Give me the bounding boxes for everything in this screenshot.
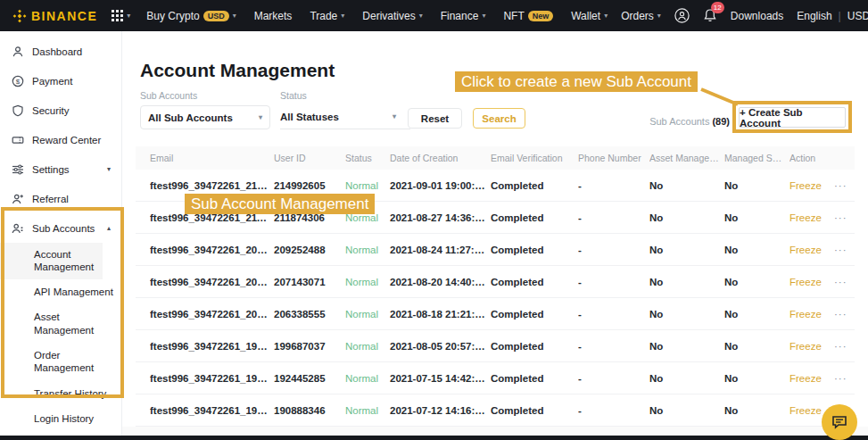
brand-text: BINANCE bbox=[31, 9, 97, 23]
language-selector[interactable]: English bbox=[797, 10, 831, 22]
sidebar-item-label: Security bbox=[32, 105, 70, 116]
chevron-down-icon: ▾ bbox=[393, 113, 396, 120]
freeze-action-link[interactable]: Freeze bbox=[789, 180, 834, 191]
more-actions-button[interactable]: ··· bbox=[834, 277, 855, 287]
cell-email: ftest996_39472261_207... bbox=[150, 277, 274, 287]
cell-email: ftest996_39472261_190... bbox=[150, 405, 274, 416]
sidebar-item-reward-center[interactable]: Reward Center bbox=[0, 125, 121, 154]
more-actions-button[interactable]: ··· bbox=[834, 245, 855, 255]
summary-label: Sub Accounts bbox=[649, 116, 709, 127]
more-actions-button[interactable]: ··· bbox=[834, 309, 855, 320]
cell-asset-management: No bbox=[649, 245, 724, 255]
cell-managed-sub-account: No bbox=[724, 373, 789, 384]
chevron-down-icon: ▾ bbox=[419, 12, 423, 20]
sidebar-item-label: Payment bbox=[32, 76, 72, 87]
table-row: ftest996_39472261_206... 206338555 Norma… bbox=[136, 298, 855, 330]
cell-user-id: 209252488 bbox=[274, 245, 345, 255]
nav-downloads[interactable]: Downloads bbox=[731, 10, 783, 22]
chevron-down-icon: ▾ bbox=[604, 12, 608, 20]
freeze-action-link[interactable]: Freeze bbox=[789, 341, 834, 352]
more-actions-button[interactable]: ··· bbox=[834, 180, 855, 191]
nav-markets[interactable]: Markets bbox=[254, 10, 293, 22]
cell-status: Normal bbox=[345, 309, 390, 320]
freeze-action-link[interactable]: Freeze bbox=[789, 309, 834, 320]
reset-button[interactable]: Reset bbox=[408, 108, 462, 129]
nav-label: Wallet bbox=[571, 10, 600, 22]
column-header-phone-number: Phone Number bbox=[578, 153, 649, 163]
cell-date-of-creation: 2021-08-20 14:40:56 bbox=[390, 277, 491, 287]
freeze-action-link[interactable]: Freeze bbox=[789, 277, 834, 287]
chat-bubble-icon bbox=[831, 413, 848, 431]
profile-icon bbox=[674, 8, 690, 23]
chat-support-button[interactable] bbox=[822, 404, 857, 440]
cell-date-of-creation: 2021-08-18 21:21:00 bbox=[390, 309, 491, 320]
sidebar-item-dashboard[interactable]: Dashboard bbox=[0, 37, 121, 66]
status-select[interactable]: All Statuses ▾ bbox=[280, 105, 410, 129]
sidebar-item-label: Dashboard bbox=[32, 46, 82, 57]
cell-user-id: 192445285 bbox=[274, 373, 345, 384]
nav-label: Markets bbox=[254, 10, 293, 22]
annotation-section-label: Sub Account Management bbox=[185, 194, 375, 214]
nav-label: Orders bbox=[621, 10, 654, 22]
sub-accounts-select-value: All Sub Accounts bbox=[148, 112, 233, 123]
cell-user-id: 199687037 bbox=[274, 341, 345, 352]
table-row: ftest996_39472261_207... 207143071 Norma… bbox=[136, 266, 855, 298]
notifications-button[interactable]: 12 bbox=[703, 8, 717, 23]
freeze-action-link[interactable]: Freeze bbox=[789, 212, 834, 223]
cell-status: Normal bbox=[345, 341, 390, 352]
table-row: ftest996_39472261_190... 190888346 Norma… bbox=[136, 394, 855, 427]
cell-email-verification: Completed bbox=[491, 180, 578, 191]
more-actions-button[interactable]: ··· bbox=[834, 373, 855, 384]
nav-label: NFT bbox=[503, 10, 524, 22]
sub-accounts-select[interactable]: All Sub Accounts ▾ bbox=[140, 105, 270, 129]
freeze-action-link[interactable]: Freeze bbox=[789, 245, 834, 255]
cell-phone-number: - bbox=[578, 405, 649, 416]
grid-icon bbox=[112, 10, 123, 21]
nav-buy-crypto[interactable]: Buy Crypto USD ▾ bbox=[146, 10, 236, 22]
sidebar-item-settings[interactable]: Settings ▾ bbox=[0, 154, 121, 184]
nav-trade[interactable]: Trade ▾ bbox=[310, 10, 344, 22]
nav-orders[interactable]: Orders ▾ bbox=[621, 10, 661, 22]
profile-button[interactable] bbox=[674, 8, 690, 23]
sidebar-item-security[interactable]: Security bbox=[0, 95, 121, 125]
app-grid-menu[interactable]: ▾ bbox=[112, 10, 130, 21]
search-button[interactable]: Search bbox=[473, 108, 525, 129]
annotation-box-create-button bbox=[732, 101, 852, 133]
column-header-asset-management: Asset Management bbox=[649, 153, 724, 163]
sidebar-subitem-login-history[interactable]: Login History bbox=[0, 406, 121, 431]
nav-derivatives[interactable]: Derivatives ▾ bbox=[362, 10, 422, 22]
sidebar-item-label: Settings bbox=[32, 164, 70, 175]
chevron-down-icon: ▾ bbox=[341, 12, 344, 20]
table-row: ftest996_39472261_209... 209252488 Norma… bbox=[136, 234, 855, 266]
cell-status: Normal bbox=[345, 245, 390, 255]
cell-status: Normal bbox=[345, 373, 390, 384]
more-actions-button[interactable]: ··· bbox=[834, 212, 855, 223]
cell-asset-management: No bbox=[649, 341, 724, 352]
nav-finance[interactable]: Finance ▾ bbox=[441, 10, 486, 22]
binance-sub-account-page: BINANCE ▾ Buy Crypto USD ▾ Markets bbox=[0, 0, 868, 440]
nav-wallet[interactable]: Wallet ▾ bbox=[571, 10, 608, 22]
column-header-email: Email bbox=[150, 153, 274, 163]
binance-logo[interactable]: BINANCE bbox=[12, 9, 97, 23]
status-select-value: All Statuses bbox=[280, 112, 339, 122]
cell-asset-management: No bbox=[649, 277, 724, 287]
column-header-email-verification: Email Verification bbox=[491, 153, 578, 163]
person-plus-icon bbox=[12, 193, 24, 205]
ticket-icon bbox=[12, 134, 24, 146]
nav-nft[interactable]: NFT New bbox=[503, 10, 553, 22]
currency-selector[interactable]: USD bbox=[847, 10, 868, 22]
cell-status: Normal bbox=[345, 277, 390, 287]
column-header-date-of-creation: Date of Creation bbox=[390, 153, 491, 163]
cell-date-of-creation: 2021-08-24 11:27:16 bbox=[390, 245, 491, 255]
cell-email-verification: Completed bbox=[491, 245, 578, 255]
summary-count: (89) bbox=[712, 116, 730, 127]
cell-phone-number: - bbox=[578, 212, 649, 223]
sidebar-item-payment[interactable]: $ Payment bbox=[0, 66, 121, 95]
divider: | bbox=[839, 10, 841, 22]
freeze-action-link[interactable]: Freeze bbox=[789, 373, 834, 384]
more-actions-button[interactable]: ··· bbox=[834, 341, 855, 352]
cell-managed-sub-account: No bbox=[724, 212, 789, 223]
binance-diamond-icon bbox=[12, 9, 27, 23]
cell-email-verification: Completed bbox=[491, 373, 578, 384]
footer-bar bbox=[0, 436, 868, 440]
